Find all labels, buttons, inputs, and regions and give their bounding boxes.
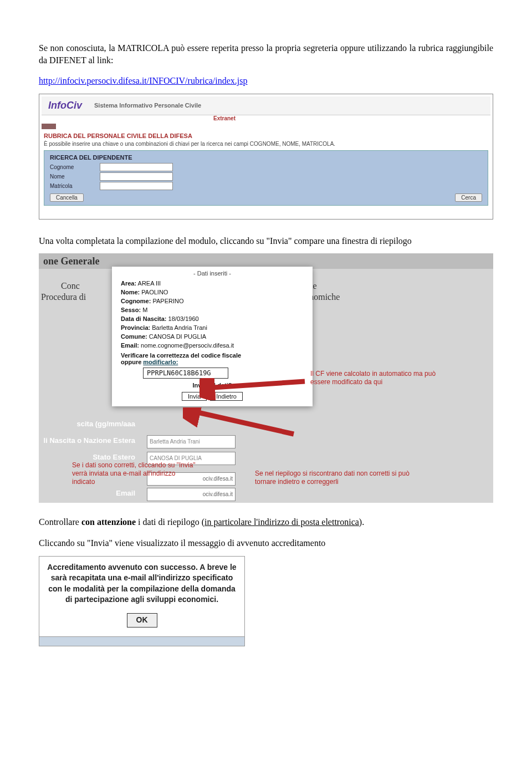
cancel-button[interactable]: Cancella [50,193,84,202]
bg-sub2: Procedura di [41,292,86,302]
success-message: Accreditamento avvenuto con successo. A … [47,563,236,604]
search-panel-title: RICERCA DEL DIPENDENTE [50,154,482,161]
success-screenshot: Accreditamento avvenuto con successo. A … [39,556,245,646]
intro-paragraph: Se non conosciuta, la MATRICOLA può esse… [39,42,493,66]
summary-modal: - Dati inseriti - Area: AREA III Nome: P… [112,267,313,406]
search-panel: RICERCA DEL DIPENDENTE Cognome Nome Matr… [44,150,488,206]
search-button[interactable]: Cerca [455,193,482,202]
sesso-value: M [142,307,147,313]
bg-input-nascita[interactable]: Barletta Andria Trani [147,435,236,448]
annotation-invia: Se i dati sono corretti, cliccando su "I… [72,461,200,486]
after-para-2: Cliccando su "Invia" viene visualizzato … [39,537,493,549]
label-cognome: Cognome [50,164,100,170]
infociv-screenshot: InfoCiv Sistema Informativo Personale Ci… [39,94,493,220]
area-label: Area: [121,280,136,287]
bg-input-email2[interactable]: ociv.difesa.it [147,488,236,501]
input-nome[interactable] [100,172,173,181]
label-matricola: Matricola [50,183,100,189]
modal-header: - Dati inseriti - [121,270,304,277]
send-question: Inviare i dati? [121,382,304,389]
input-matricola[interactable] [100,182,173,190]
rubrica-title: RUBRICA DEL PERSONALE CIVILE DELLA DIFES… [44,132,490,139]
rubrica-link[interactable]: http://infociv.persociv.difesa.it/INFOCI… [39,76,248,85]
svg-line-1 [191,411,294,434]
infociv-subtitle: Sistema Informativo Personale Civile [94,102,201,109]
cf-input[interactable]: PPRPLN60C18B619G [143,368,228,379]
nome-label: Nome: [121,289,140,295]
provincia-label: Provincia: [121,324,150,331]
home-tab[interactable] [42,124,56,129]
cf-instruction-1: Verificare la correttezza del codice fis… [121,352,241,359]
cognome-value: PAPERINO [152,298,183,304]
invia-button[interactable]: Invia [182,392,207,401]
label-nome: Nome [50,174,100,180]
provincia-value: Barletta Andria Trani [152,324,207,331]
input-cognome[interactable] [100,163,173,171]
nome-value: PAOLINO [141,289,168,295]
bg-sub1: Conc [61,281,80,291]
rubrica-desc: È possibile inserire una chiave o una co… [44,141,490,147]
sesso-label: Sesso: [121,307,141,313]
infociv-logo: InfoCiv [45,98,85,114]
bg-title: one Generale [43,256,99,267]
annotation-indietro: Se nel riepilogo si riscontrano dati non… [255,470,427,486]
cf-modify-link[interactable]: modificarlo: [143,359,178,365]
ok-button[interactable]: OK [127,613,157,628]
cf-instruction-2: oppure [121,359,143,365]
riepilogo-screenshot: one Generale Conc Procedura di civile ec… [39,253,493,503]
annotation-cf: Il CF viene calcolato in automatico ma p… [310,370,449,386]
after-para-1: Controllare con attenzione i dati di rie… [39,516,493,528]
email-label: Email: [121,342,139,349]
bg-label-stato: Stato Estero [39,453,135,461]
intro-link-para: http://infociv.persociv.difesa.it/INFOCI… [39,75,493,87]
cognome-label: Cognome: [121,298,151,304]
bg-label-scita: scita (gg/mm/aaa [39,420,135,428]
indietro-button[interactable]: Indietro [210,392,243,401]
comune-value: CANOSA DI PUGLIA [149,333,206,340]
bg-label-email: Email [39,489,135,497]
email-value: nome.cognome@persociv.difesa.it [141,342,234,349]
extranet-label: Extranet [213,115,490,121]
bg-label-nascita: li Nascita o Nazione Estera [39,436,135,445]
datanascita-value: 18/03/1960 [168,315,199,322]
datanascita-label: Data di Nascita: [121,315,167,322]
mid-paragraph: Una volta completata la compilazione del… [39,235,493,247]
comune-label: Comune: [121,333,147,340]
area-value: AREA III [138,280,161,287]
